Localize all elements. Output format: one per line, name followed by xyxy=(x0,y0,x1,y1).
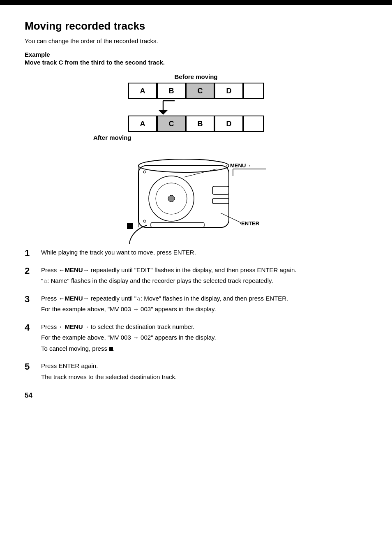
menu-arrow-icon: ←MENU→ xyxy=(59,266,89,273)
page-number: 54 xyxy=(25,391,367,400)
step-3-line-1: Press ←MENU→ repeatedly until "♫: Move" … xyxy=(41,294,367,303)
before-tracks-row: A B C D xyxy=(128,83,264,99)
step-4-number: 4 xyxy=(25,322,37,333)
track-cell-after-b: B xyxy=(186,116,214,132)
example-subtitle: Move track C from the third to the secon… xyxy=(25,59,367,66)
svg-rect-9 xyxy=(212,186,229,194)
menu-label-group: ←MENU→ xyxy=(184,162,266,177)
menu-arrow-icon-3: ←MENU→ xyxy=(59,323,89,330)
step-4-line-3: To cancel moving, press . xyxy=(41,344,367,354)
move-arrow-svg xyxy=(147,99,180,116)
step-1-content: While playing the track you want to move… xyxy=(41,248,367,259)
svg-rect-10 xyxy=(212,199,229,204)
step-2-content: Press ←MENU→ repeatedly until "EDIT" fla… xyxy=(41,266,367,287)
track-diagram: Before moving A B C D A C B D After movi… xyxy=(93,73,299,141)
between-arrow xyxy=(93,99,299,116)
step-3-number: 3 xyxy=(25,294,37,305)
svg-point-7 xyxy=(168,195,175,202)
menu-arrow-icon-2: ←MENU→ xyxy=(59,295,89,302)
step-5-line-1: Press ENTER again. xyxy=(41,361,367,371)
page: Moving recorded tracks You can change th… xyxy=(0,0,392,553)
step-4: 4 Press ←MENU→ to select the destination… xyxy=(25,322,367,355)
stop-icon xyxy=(109,347,113,351)
enter-label-group: ENTER xyxy=(221,213,260,227)
step-4-line-2: For the example above, "MV 003 → 002" ap… xyxy=(41,333,367,342)
step-1: 1 While playing the track you want to mo… xyxy=(25,248,367,259)
track-cell-before-c: C xyxy=(186,83,214,99)
svg-rect-13 xyxy=(151,222,204,227)
track-cell-before-b: B xyxy=(157,83,186,99)
steps-section: 1 While playing the track you want to mo… xyxy=(25,248,367,383)
svg-marker-1 xyxy=(158,110,168,115)
step-5-number: 5 xyxy=(25,361,37,372)
intro-text: You can change the order of the recorded… xyxy=(25,37,367,44)
step-2-line-2: "♫: Name" flashes in the display and the… xyxy=(41,276,367,286)
track-cell-before-a: A xyxy=(128,83,157,99)
svg-point-11 xyxy=(143,171,146,173)
top-bar xyxy=(0,0,392,5)
svg-text:ENTER: ENTER xyxy=(241,220,260,227)
step-2: 2 Press ←MENU→ repeatedly until "EDIT" f… xyxy=(25,266,367,287)
track-cell-before-empty xyxy=(243,83,264,99)
device-svg: ←MENU→ ENTER xyxy=(93,145,299,244)
track-cell-after-c: C xyxy=(157,116,186,132)
track-cell-after-empty xyxy=(243,116,264,132)
step-3-line-2: For the example above, "MV 003 → 003" ap… xyxy=(41,305,367,314)
svg-rect-14 xyxy=(127,223,133,229)
svg-line-20 xyxy=(221,213,240,222)
step-3-content: Press ←MENU→ repeatedly until "♫: Move" … xyxy=(41,294,367,316)
step-4-line-1: Press ←MENU→ to select the destination t… xyxy=(41,322,367,332)
step-5: 5 Press ENTER again. The track moves to … xyxy=(25,361,367,383)
step-3: 3 Press ←MENU→ repeatedly until "♫: Move… xyxy=(25,294,367,316)
step-5-line-2: The track moves to the selected destinat… xyxy=(41,373,367,382)
page-title: Moving recorded tracks xyxy=(25,20,367,32)
track-cell-before-d: D xyxy=(214,83,243,99)
after-tracks-row: A C B D xyxy=(128,116,264,132)
svg-line-18 xyxy=(184,169,217,177)
track-cell-after-d: D xyxy=(214,116,243,132)
svg-point-12 xyxy=(143,220,146,222)
after-moving-label: After moving xyxy=(93,134,131,141)
step-5-content: Press ENTER again. The track moves to th… xyxy=(41,361,367,383)
step-1-number: 1 xyxy=(25,248,37,259)
track-cell-after-a: A xyxy=(128,116,157,132)
example-label: Example xyxy=(25,51,367,58)
step-4-content: Press ←MENU→ to select the destination t… xyxy=(41,322,367,355)
step-2-number: 2 xyxy=(25,266,37,276)
step-1-line-1: While playing the track you want to move… xyxy=(41,248,367,257)
svg-text:←MENU→: ←MENU→ xyxy=(225,162,251,169)
step-2-line-1: Press ←MENU→ repeatedly until "EDIT" fla… xyxy=(41,266,367,275)
before-moving-label: Before moving xyxy=(174,73,217,80)
svg-rect-3 xyxy=(138,166,229,227)
device-illustration: ←MENU→ ENTER xyxy=(93,145,299,244)
